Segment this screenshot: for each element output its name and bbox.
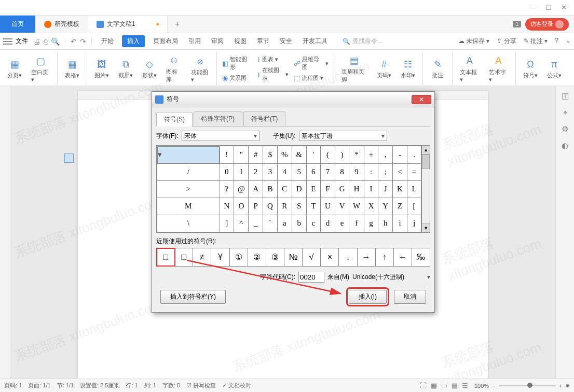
zoom-slider[interactable] <box>499 385 556 386</box>
symbol-cell[interactable]: 9 <box>349 163 364 180</box>
symbol-cell[interactable]: L <box>407 180 421 198</box>
notif-badge[interactable]: 1 <box>513 21 521 27</box>
symbol-cell[interactable]: ^ <box>234 215 249 232</box>
wordart-button[interactable]: A艺术字▾ <box>487 54 510 84</box>
symbol-cell[interactable]: 5 <box>292 163 306 180</box>
insert-button[interactable]: 插入(I) <box>349 290 387 304</box>
symbol-cell[interactable]: M <box>157 198 220 215</box>
paragraph-icon[interactable] <box>64 153 74 163</box>
symbol-cell[interactable]: P <box>249 198 263 215</box>
textbox-button[interactable]: A文本框▾ <box>458 54 481 84</box>
symbol-cell[interactable]: 8 <box>335 163 349 180</box>
status-spell[interactable]: ☑ 拼写检查 <box>186 382 216 389</box>
symbol-cell[interactable]: _ <box>249 215 263 232</box>
recent-symbol[interactable]: × <box>321 248 339 266</box>
table-button[interactable]: ▦表格▾ <box>63 57 81 80</box>
tab-devtools[interactable]: 开发工具 <box>300 35 330 47</box>
symbol-cell[interactable]: + <box>364 146 378 164</box>
dlg-tab-toolbar[interactable]: 符号栏(T) <box>243 111 285 126</box>
symbol-cell[interactable]: j <box>407 215 421 232</box>
scroll-down-icon[interactable]: ▼ <box>422 223 430 232</box>
status-section[interactable]: 节: 1/1 <box>57 382 74 389</box>
recent-symbol[interactable]: № <box>284 248 303 266</box>
symbol-cell[interactable]: # <box>249 146 263 164</box>
screenshot-button[interactable]: ⧉截屏▾ <box>116 57 135 80</box>
save-icon[interactable]: 🖨 <box>33 37 40 46</box>
symbol-cell[interactable]: " <box>234 146 249 164</box>
symbol-cell[interactable]: 2 <box>249 163 263 180</box>
redo-icon[interactable]: ↷ <box>80 37 86 46</box>
undo-icon[interactable]: ↶ <box>71 37 77 46</box>
comment-button[interactable]: ✎批注 <box>428 57 447 80</box>
symbol-cell[interactable]: / <box>157 163 220 180</box>
recent-symbol[interactable]: ↑ <box>376 248 394 266</box>
scroll-up-icon[interactable]: ▲ <box>422 146 430 155</box>
recent-symbol[interactable]: → <box>358 248 376 266</box>
symbol-cell[interactable]: * <box>349 146 364 164</box>
header-footer-button[interactable]: ▤页眉和页脚 <box>339 53 370 85</box>
sidepanel-select-icon[interactable]: ⌖ <box>563 108 567 117</box>
symbol-cell[interactable]: H <box>349 180 364 198</box>
font-select[interactable]: 宋体 <box>182 131 259 141</box>
symbol-cell[interactable] <box>157 146 220 163</box>
symbol-cell[interactable]: X <box>364 198 378 215</box>
symbol-cell[interactable]: K <box>393 180 407 198</box>
symbol-cell[interactable]: 3 <box>263 163 278 180</box>
symbol-cell[interactable]: F <box>321 180 335 198</box>
symbol-cell[interactable]: Y <box>378 198 393 215</box>
symbol-cell[interactable]: V <box>335 198 349 215</box>
symbol-cell[interactable]: 6 <box>306 163 320 180</box>
win-max-icon[interactable]: ☐ <box>545 4 552 11</box>
symbol-cell[interactable]: 0 <box>220 163 234 180</box>
symbol-cell[interactable]: ( <box>321 146 335 164</box>
recent-symbol[interactable]: □ <box>175 248 193 266</box>
symbol-cell[interactable]: C <box>277 180 292 198</box>
symbol-cell[interactable]: < <box>393 163 407 180</box>
print-icon[interactable]: ⎙ <box>44 37 48 46</box>
symbol-cell[interactable]: [ <box>407 198 421 215</box>
recent-symbol[interactable]: ↓ <box>339 248 357 266</box>
symbol-cell[interactable]: d <box>321 215 335 232</box>
blank-page-button[interactable]: ▢空白页▾ <box>29 54 52 84</box>
recent-symbol[interactable]: ② <box>248 248 266 266</box>
insert-to-bar-button[interactable]: 插入到符号栏(Y) <box>160 290 226 304</box>
symbol-cell[interactable]: N <box>220 198 234 215</box>
symbol-cell[interactable]: $ <box>263 146 278 164</box>
symbol-cell[interactable]: e <box>335 215 349 232</box>
symbol-cell[interactable]: : <box>364 163 378 180</box>
charcode-input[interactable] <box>298 272 324 283</box>
func-chart-button[interactable]: ⌀功能图▾ <box>189 54 211 84</box>
recent-symbol[interactable]: √ <box>303 248 321 266</box>
search-command[interactable]: 🔍 查找命令... <box>337 37 382 46</box>
symbol-cell[interactable]: Q <box>263 198 278 215</box>
tab-document[interactable]: 文字文稿1• <box>88 16 168 33</box>
symbol-cell[interactable]: b <box>292 215 306 232</box>
grid-scrollbar[interactable]: ▲ ▼ <box>422 145 430 233</box>
tab-insert[interactable]: 插入 <box>122 35 145 47</box>
symbol-cell[interactable]: Z <box>393 198 407 215</box>
symbol-cell[interactable]: a <box>277 215 292 232</box>
symbol-cell[interactable]: = <box>407 163 421 180</box>
view-print-icon[interactable]: ▦ <box>431 382 437 389</box>
mindmap-button[interactable]: ☍思维导图▾ <box>294 55 329 71</box>
tab-store[interactable]: 稻壳模板 <box>36 16 88 33</box>
sidepanel-nav-icon[interactable]: ◫ <box>562 91 569 101</box>
login-button[interactable]: 访客登录 <box>525 18 569 31</box>
view-outline-icon[interactable]: ☰ <box>462 382 468 389</box>
hamburger-icon[interactable] <box>3 38 12 45</box>
status-pagenum[interactable]: 页码: 1 <box>4 382 22 389</box>
tab-view[interactable]: 视图 <box>232 35 249 47</box>
symbol-cell[interactable]: U <box>321 198 335 215</box>
symbol-cell[interactable]: 1 <box>234 163 249 180</box>
dialog-titlebar[interactable]: 符号 ✕ <box>152 92 434 107</box>
picture-button[interactable]: 🖼图片▾ <box>92 57 111 80</box>
from-select[interactable]: Unicode(十六进制) <box>352 272 430 282</box>
help-icon[interactable]: ? <box>555 37 558 46</box>
sidepanel-limit-icon[interactable]: ◐ <box>562 141 568 150</box>
recent-symbol[interactable]: ≠ <box>193 248 211 266</box>
symbol-cell[interactable]: ) <box>335 146 349 164</box>
zoom-fit-icon[interactable]: ⊕ <box>565 382 570 389</box>
symbol-cell[interactable]: ` <box>263 215 278 232</box>
tab-home[interactable]: 首页 <box>0 16 36 33</box>
symbol-grid[interactable]: !"#$%&'()*+,-./0123456789:;<=>?@ABCDEFGH… <box>156 145 422 233</box>
